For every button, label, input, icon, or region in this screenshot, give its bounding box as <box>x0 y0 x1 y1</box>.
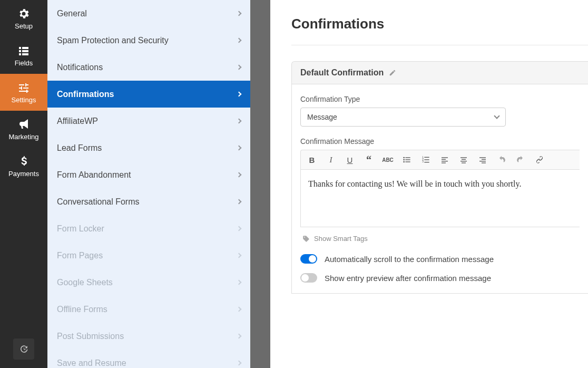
undo-button[interactable] <box>496 153 507 166</box>
smart-tags-label: Show Smart Tags <box>314 235 368 243</box>
chevron-right-icon <box>237 280 242 285</box>
align-center-button[interactable] <box>458 153 469 166</box>
sidebar-item-save-resume[interactable]: Save and Resume <box>47 350 250 368</box>
sidebar-item-form-locker[interactable]: Form Locker <box>47 215 250 242</box>
toggle-entry-preview[interactable] <box>300 273 317 283</box>
chevron-right-icon <box>237 334 242 339</box>
sidebar-item-conversational-forms[interactable]: Conversational Forms <box>47 188 250 215</box>
sidebar-item-google-sheets[interactable]: Google Sheets <box>47 269 250 296</box>
megaphone-icon <box>17 118 30 131</box>
chevron-right-icon <box>237 199 242 205</box>
main-panel: Confirmations Default Confirmation Confi… <box>270 0 588 368</box>
panel-title: Default Confirmation <box>300 68 384 78</box>
svg-rect-0 <box>27 91 28 92</box>
svg-rect-23 <box>479 161 486 161</box>
rail-label: Setup <box>15 22 33 30</box>
bold-button[interactable]: B <box>306 153 318 166</box>
editor-toolbar: B I U “ ABC 123 <box>300 150 580 169</box>
italic-button[interactable]: I <box>325 153 337 166</box>
pencil-icon[interactable] <box>389 69 396 76</box>
sliders-icon <box>17 81 30 94</box>
chevron-right-icon <box>237 361 242 366</box>
rail-item-fields[interactable]: Fields <box>0 37 47 74</box>
rail-item-payments[interactable]: Payments <box>0 148 47 185</box>
type-label: Confirmation Type <box>300 95 580 103</box>
sidebar-item-offline-forms[interactable]: Offline Forms <box>47 296 250 323</box>
sidebar-item-form-abandonment[interactable]: Form Abandonment <box>47 161 250 188</box>
svg-rect-17 <box>460 157 467 158</box>
sidebar-item-label: AffiliateWP <box>57 117 98 126</box>
svg-rect-10 <box>424 159 429 160</box>
select-value: Message <box>307 113 337 121</box>
sidebar-item-label: Save and Resume <box>57 359 126 368</box>
chevron-down-icon <box>494 113 499 119</box>
svg-text:3: 3 <box>422 160 424 163</box>
sidebar-item-general[interactable]: General <box>47 0 250 27</box>
settings-sidebar: General Spam Protection and Security Not… <box>47 0 250 368</box>
svg-rect-16 <box>442 162 446 163</box>
svg-point-3 <box>403 159 405 161</box>
toggle-auto-scroll[interactable] <box>300 254 317 264</box>
sidebar-item-spam[interactable]: Spam Protection and Security <box>47 27 250 54</box>
sidebar-item-label: Spam Protection and Security <box>57 36 169 45</box>
bullet-list-button[interactable] <box>401 153 413 166</box>
redo-button[interactable] <box>515 153 526 166</box>
sidebar-item-confirmations[interactable]: Confirmations <box>47 81 250 108</box>
align-right-button[interactable] <box>477 153 488 166</box>
chevron-right-icon <box>237 226 242 231</box>
svg-rect-15 <box>442 161 448 161</box>
sidebar-item-affiliatewp[interactable]: AffiliateWP <box>47 108 250 134</box>
confirmation-message-editor[interactable]: Thanks for contacting us! We will be in … <box>300 169 580 227</box>
chevron-right-icon <box>237 65 242 70</box>
chevron-right-icon <box>237 146 242 151</box>
svg-rect-2 <box>405 157 410 158</box>
chevron-right-icon <box>237 253 242 258</box>
toggle-label: Show entry preview after confirmation me… <box>325 274 491 283</box>
number-list-button[interactable]: 123 <box>420 153 432 166</box>
page-title: Confirmations <box>291 16 588 32</box>
sidebar-item-label: Post Submissions <box>57 332 124 341</box>
message-label: Confirmation Message <box>300 137 580 146</box>
confirmation-panel-header[interactable]: Default Confirmation <box>291 61 588 84</box>
chevron-right-icon <box>237 11 242 16</box>
rail-item-marketing[interactable]: Marketing <box>0 111 47 148</box>
rail-label: Settings <box>12 96 36 104</box>
rail-label: Marketing <box>8 133 38 141</box>
rail-item-setup[interactable]: Setup <box>0 0 47 37</box>
sidebar-item-label: General <box>57 9 87 18</box>
underline-button[interactable]: U <box>344 153 356 166</box>
chevron-right-icon <box>237 307 242 312</box>
sidebar-item-label: Confirmations <box>57 90 114 99</box>
history-button[interactable] <box>13 338 34 360</box>
svg-rect-8 <box>424 157 429 158</box>
sidebar-item-notifications[interactable]: Notifications <box>47 54 250 81</box>
dollar-icon <box>17 155 30 168</box>
confirmation-type-select[interactable]: Message <box>300 108 506 127</box>
chevron-right-icon <box>237 119 242 124</box>
quote-button[interactable]: “ <box>363 153 375 166</box>
sidebar-item-label: Conversational Forms <box>57 197 140 207</box>
rail-label: Fields <box>15 59 33 67</box>
sidebar-item-form-pages[interactable]: Form Pages <box>47 242 250 269</box>
sidebar-item-lead-forms[interactable]: Lead Forms <box>47 134 250 161</box>
confirmation-panel-body: Confirmation Type Message Confirmation M… <box>291 84 588 294</box>
svg-rect-24 <box>482 162 486 163</box>
align-left-button[interactable] <box>439 153 450 166</box>
sidebar-item-label: Lead Forms <box>57 143 102 153</box>
gear-icon <box>17 7 30 20</box>
sidebar-item-label: Offline Forms <box>57 305 107 314</box>
rail-label: Payments <box>8 170 39 178</box>
link-button[interactable] <box>534 153 545 166</box>
chevron-right-icon <box>237 92 242 97</box>
svg-point-5 <box>403 161 405 163</box>
icon-rail: Setup Fields Settings Marketing Payments <box>0 0 47 368</box>
svg-rect-13 <box>442 157 448 158</box>
sidebar-item-post-submissions[interactable]: Post Submissions <box>47 323 250 350</box>
svg-rect-14 <box>442 159 446 160</box>
svg-rect-6 <box>405 161 410 162</box>
strike-button[interactable]: ABC <box>382 153 394 166</box>
rail-item-settings[interactable]: Settings <box>0 74 47 111</box>
show-smart-tags[interactable]: Show Smart Tags <box>300 227 580 245</box>
svg-point-1 <box>403 157 405 159</box>
svg-rect-20 <box>462 162 466 163</box>
